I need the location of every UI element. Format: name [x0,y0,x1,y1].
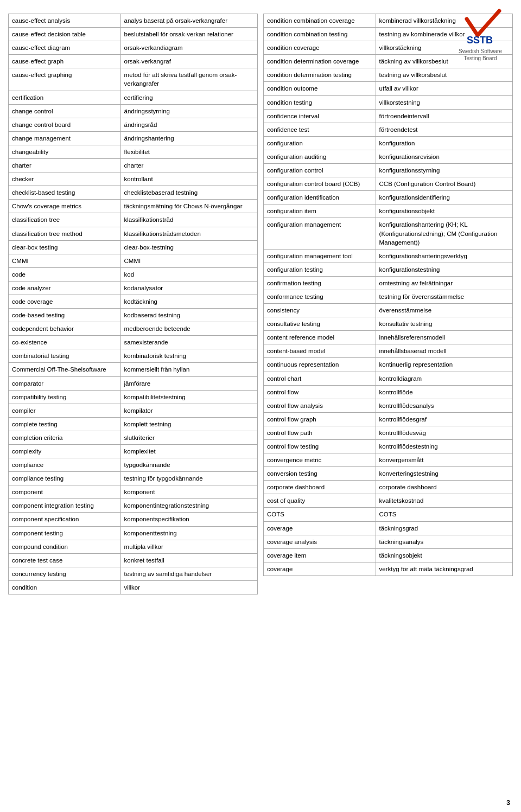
table-row: code coveragekodtäckning [9,295,258,308]
table-row: content reference modelinnehållsreferens… [264,331,513,344]
table-row: control chartkontrolldiagram [264,372,513,385]
table-row: cause-effect decision tablebeslutstabell… [9,28,258,41]
table-row: complete testingkomplett testning [9,417,258,431]
table-row: code-based testingkodbaserad testning [9,309,258,322]
table-row: continuous representationkontinuerlig re… [264,358,513,372]
table-row: cause-effect analysisanalys baserat på o… [9,14,258,28]
table-row: Commercial Off-The-Shelsoftwarekommersie… [9,363,258,376]
table-row: classification tree methodklassifikation… [9,227,258,240]
table-row: conditionvillkor [9,580,258,594]
table-row: confidence testförtroendetest [264,123,513,136]
table-row: conversion testingkonverteringstestning [264,467,513,481]
table-row: corporate dashboardcorporate dashboard [264,481,513,494]
table-row: co-existencesamexisterande [9,336,258,349]
table-row: COTSCOTS [264,508,513,521]
table-row: control flow graphkontrollflödesgraf [264,412,513,426]
table-row: changeabilityflexibilitet [9,145,258,158]
page: SSTB Swedish Software Testing Board caus… [0,0,521,812]
table-row: configuration testingkonfigurationstestn… [264,263,513,276]
table-row: cause-effect graphorsak-verkangraf [9,55,258,68]
table-row: content-based modelinnehållsbaserad mode… [264,344,513,358]
table-row: compliancetypgodkännande [9,458,258,472]
table-row: control flow pathkontrollflödesväg [264,426,513,439]
table-row: componentkomponent [9,485,258,499]
table-row: control flowkontrollflöde [264,385,513,399]
table-row: Chow's coverage metricstäckningsmätning … [9,200,258,213]
table-row: configurationkonfiguration [264,136,513,150]
table-row: confidence intervalförtroendeintervall [264,109,513,123]
logo-subtitle: Swedish Software Testing Board [450,48,510,62]
table-row: completion criteriaslutkriterier [9,431,258,444]
table-row: consultative testingkonsultativ testning [264,317,513,331]
table-row: configuration itemkonfigurationsobjekt [264,204,513,218]
table-row: checkerkontrollant [9,172,258,186]
table-row: configuration management toolkonfigurati… [264,249,513,263]
table-row: cost of qualitykvalitetskostnad [264,494,513,508]
table-row: comparatorjämförare [9,376,258,390]
table-row: classification treeklassifikationsträd [9,213,258,227]
table-row: control flow analysiskontrollflödesanaly… [264,399,513,412]
logo-area: SSTB Swedish Software Testing Board [450,8,510,62]
table-row: codekod [9,267,258,281]
table-row: cause-effect diagramorsak-verkandiagram [9,41,258,55]
table-row: coverage analysistäckningsanalys [264,535,513,548]
table-row: configuration controlkonfigurationsstyrn… [264,164,513,177]
table-row: change control boardändringsråd [9,118,258,131]
content-area: cause-effect analysisanalys baserat på o… [8,14,513,594]
table-row: confirmation testingomtestning av felrät… [264,276,513,290]
table-row: consistencyöverensstämmelse [264,304,513,317]
table-row: clear-box testingclear-box-testning [9,240,258,254]
table-row: configuration managementkonfigurationsha… [264,218,513,249]
table-row: code analyzerkodanalysator [9,281,258,295]
table-row: concurrency testingtestning av samtidiga… [9,567,258,580]
table-row: coverageverktyg för att mäta täckningsgr… [264,562,513,576]
table-row: change controländringsstyrning [9,104,258,118]
table-row: configuration control board (CCB)CCB (Co… [264,177,513,191]
table-row: conformance testingtestning för överenss… [264,290,513,303]
table-row: CMMICMMI [9,254,258,267]
table-row: coverage itemtäckningsobjekt [264,548,513,562]
left-table: cause-effect analysisanalys baserat på o… [8,14,258,594]
table-row: combinatorial testingkombinatorisk testn… [9,349,258,363]
left-column: cause-effect analysisanalys baserat på o… [8,14,258,594]
table-row: compatibility testingkompatibilitetstest… [9,390,258,404]
page-number: 3 [506,799,510,807]
right-column: condition combination coveragekombinerad… [263,14,513,594]
table-row: change managementändringshantering [9,131,258,145]
table-row: configuration identificationkonfiguratio… [264,191,513,204]
svg-text:SSTB: SSTB [467,35,493,46]
table-row: chartercharter [9,159,258,172]
table-row: compilerkompilator [9,404,258,417]
table-row: component specificationkomponentspecifik… [9,513,258,526]
table-row: checklist-based testingchecklistebaserad… [9,186,258,200]
table-row: convergence metrickonvergensmått [264,453,513,467]
table-row: control flow testingkontrollflödestestni… [264,440,513,453]
table-row: component integration testingkomponentin… [9,499,258,513]
table-row: concrete test casekonkret testfall [9,553,258,567]
logo-icon: SSTB [450,8,510,46]
table-row: codependent behaviormedberoende beteende [9,322,258,336]
table-row: compliance testingtestning för typgodkän… [9,472,258,485]
table-row: complexitykomplexitet [9,445,258,458]
table-row: configuration auditingkonfigurationsrevi… [264,150,513,163]
table-row: condition testingvillkorstestning [264,95,513,109]
table-row: compound conditionmultipla villkor [9,540,258,553]
table-row: condition determination testingtestning … [264,68,513,82]
table-row: cause-effect graphingmetod för att skriv… [9,68,258,91]
table-row: coveragetäckningsgrad [264,521,513,535]
table-row: component testingkomponenttestning [9,526,258,540]
right-table: condition combination coveragekombinerad… [263,14,513,576]
table-row: condition outcomeutfall av villkor [264,82,513,95]
table-row: certificationcertifiering [9,91,258,104]
